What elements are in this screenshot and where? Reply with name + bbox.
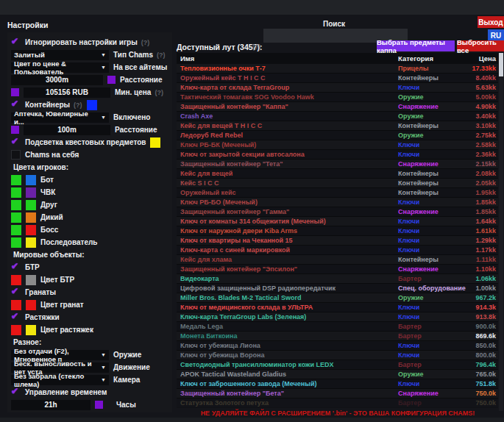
table-row[interactable]: Защищенный контейнер "Гамма" Снаряжение … — [177, 207, 498, 217]
chams-color-swatch[interactable] — [26, 212, 36, 223]
table-row[interactable]: Ключ от убежища Лиона Ключи 850.0k — [177, 341, 498, 351]
camera-dropdown[interactable]: Без забрала (стекло шлема) ▼ — [11, 375, 109, 385]
esp-color-swatch[interactable] — [11, 200, 21, 210]
min-price-input[interactable]: 105156 RUB — [24, 87, 110, 98]
table-scrollbar[interactable] — [499, 53, 503, 411]
esp-color-swatch[interactable] — [11, 225, 21, 235]
tripwire-color-swatch-2[interactable] — [26, 325, 36, 335]
hours-input[interactable]: 21h — [11, 400, 90, 410]
distance-input[interactable]: 3000m — [11, 75, 103, 85]
checkbox-checked-icon[interactable] — [11, 262, 21, 272]
checkbox-checked-icon[interactable] — [11, 100, 21, 110]
table-row[interactable]: Ключ от наружной двери Kiba Arms Ключи 1… — [177, 226, 498, 236]
column-header-category[interactable]: Категория — [398, 54, 469, 62]
tripwire-color-swatch[interactable] — [11, 325, 21, 335]
setting-grenades[interactable]: Гранаты — [7, 286, 172, 298]
btr-color-swatch[interactable] — [11, 275, 21, 285]
chams-color-swatch[interactable] — [26, 175, 36, 185]
column-header-name[interactable]: Имя — [177, 54, 398, 62]
checkbox-checked-icon[interactable] — [11, 287, 21, 297]
table-row[interactable]: Ключ РБ-БК (Меченый) Ключи 2.58kk — [177, 140, 498, 150]
table-row[interactable]: Защищенный контейнер "Каппа" Снаряжение … — [177, 102, 498, 112]
chams-color-swatch[interactable] — [26, 225, 36, 235]
table-row[interactable]: Кейс для хлама Контейнеры 1.11kk — [177, 255, 498, 265]
table-row[interactable]: Ключ от закрытой секции автосалона Ключи… — [177, 150, 498, 160]
table-row[interactable]: Цифровой защищенный DSP радиопередатчик … — [177, 284, 498, 293]
table-row[interactable]: Кейс S I C C Контейнеры 2.05kk — [177, 179, 498, 188]
min-price-color-swatch[interactable] — [11, 88, 19, 96]
chams-color-swatch[interactable] — [26, 200, 36, 210]
table-row[interactable]: Ключ-карта с синей маркировкой Ключи 1.1… — [177, 246, 498, 255]
table-row[interactable]: Ключ от медицинского склада в УЛЬТРА Клю… — [177, 303, 498, 312]
table-row[interactable]: Ключ от убежища Ворона Ключи 800.0k — [177, 351, 498, 360]
grenade-color-swatch[interactable] — [11, 300, 21, 310]
table-row[interactable]: Защищенный контейнер "Тета" Снаряжение 2… — [177, 160, 498, 169]
table-row[interactable]: Защищенный контейнер "Эпсилон" Снаряжени… — [177, 265, 498, 274]
distance-color-swatch[interactable] — [107, 76, 116, 84]
table-row[interactable]: Ключ РБ-БО (Меченый) Ключи 1.85kk — [177, 198, 498, 207]
grenade-color-swatch-2[interactable] — [26, 300, 36, 310]
exit-button[interactable]: Выход — [478, 16, 504, 28]
esp-color-swatch[interactable] — [11, 212, 21, 223]
setting-quest-highlight[interactable]: Подсветка квестовых предметов — [7, 136, 172, 149]
weapon-dropdown[interactable]: Без отдачи (F2), Мгновенное п ▼ — [11, 350, 109, 360]
containers-color-swatch[interactable] — [87, 100, 97, 110]
chams-type-dropdown[interactable]: Залитый ▼ — [11, 50, 109, 60]
help-icon[interactable]: (?) — [74, 101, 82, 109]
drop-all-button[interactable]: Выбросить все — [457, 40, 504, 51]
esp-color-swatch[interactable] — [11, 175, 21, 185]
containers-distance-input[interactable]: 100m — [24, 125, 110, 135]
checkbox-checked-icon[interactable] — [11, 137, 21, 147]
table-row[interactable]: Miller Bros. Blades M-2 Tactical Sword О… — [177, 293, 498, 303]
help-icon[interactable]: (?) — [155, 89, 163, 96]
item-category: Снаряжение — [398, 265, 469, 273]
table-row[interactable]: Crash Axe Оружие 3.40kk — [177, 112, 498, 121]
table-row[interactable]: Оружейный кейс T H I C C Контейнеры 8.40… — [177, 74, 498, 83]
table-row[interactable]: Тактический томагавк SOG Voodoo Hawk Ору… — [177, 93, 498, 102]
btr-color-swatch-2[interactable] — [26, 275, 36, 285]
esp-color-swatch[interactable] — [11, 187, 21, 198]
table-row[interactable]: Медаль Lega Бартер 900.0k — [177, 322, 498, 332]
table-row[interactable]: Кейс для вещей Контейнеры 2.08kk — [177, 169, 498, 179]
quest-color-swatch[interactable] — [150, 137, 160, 148]
esp-color-swatch[interactable] — [11, 237, 21, 248]
table-row[interactable]: Монета Биткоина Бартер 869.6k — [177, 332, 498, 341]
checkbox-checked-icon[interactable] — [11, 387, 21, 397]
setting-time-control[interactable]: Управление временем — [7, 386, 172, 398]
table-row[interactable]: Ключ от комнаты 314 общежития (Меченый) … — [177, 217, 498, 226]
select-kappa-items-button[interactable]: Выбрать предметы каппа — [377, 40, 455, 51]
chams-color-swatch[interactable] — [26, 237, 36, 248]
setting-chams-self[interactable]: Chams на себя — [7, 149, 172, 161]
loot-categories-dropdown[interactable]: Аптечка, Ювелирные и... ▼ — [11, 112, 109, 123]
table-row[interactable]: Статуэтка Золотого петуха Бартер 750.0k — [177, 398, 498, 408]
table-row[interactable]: Светодиодный трансиллюминатор кожи LEDX … — [177, 360, 498, 370]
checkbox-checked-icon[interactable] — [11, 312, 21, 322]
table-row[interactable]: Тепловизионные очки Т-7 Прицелы 17.33kk — [177, 64, 498, 74]
table-row[interactable]: Кейс для вещей T H I C C Контейнеры 3.10… — [177, 121, 498, 131]
column-header-price[interactable]: Цена — [469, 54, 498, 62]
hours-color-swatch[interactable] — [95, 401, 103, 409]
color-mode-dropdown[interactable]: Цвет по цене & Пользователь ▼ — [11, 62, 109, 73]
chams-color-swatch[interactable] — [26, 187, 36, 198]
table-row[interactable]: Видеокарта Бартер 1.06kk — [177, 274, 498, 284]
scrollbar-thumb[interactable] — [499, 53, 503, 76]
setting-tripwires[interactable]: Растяжки — [7, 311, 172, 323]
table-row[interactable]: Ключ-карта TerraGroup Labs (Зеленая) Клю… — [177, 312, 498, 322]
movement-dropdown[interactable]: Беск. выносливость и нет уста ▼ — [11, 362, 109, 373]
setting-ignore-game[interactable]: Игнорировать настройки игры (?) — [7, 36, 172, 49]
help-icon[interactable]: (?) — [141, 39, 150, 46]
table-row[interactable]: Ключ от квартиры на Чеканной 15 Ключи 1.… — [177, 236, 498, 246]
setting-btr[interactable]: БТР — [7, 261, 172, 273]
help-icon[interactable]: (?) — [157, 51, 166, 59]
table-row[interactable]: Ледоруб Red Rebel Оружие 2.75kk — [177, 131, 498, 140]
table-row[interactable]: Оружейный кейс Контейнеры 1.95kk — [177, 188, 498, 198]
item-price: 1.17kk — [469, 246, 498, 254]
table-row[interactable]: Ключ-карта от склада TerraGroup Ключи 5.… — [177, 83, 498, 93]
containers-distance-color-swatch[interactable] — [11, 126, 19, 134]
table-row[interactable]: Ключ от заброшенного завода (Меченый) Кл… — [177, 379, 498, 389]
table-row[interactable]: APOK Tactical Wasteland Gladius Оружие 7… — [177, 370, 498, 379]
help-icon[interactable]: (?) — [252, 43, 261, 51]
checkbox-unchecked-icon[interactable] — [11, 150, 21, 160]
table-row[interactable]: Защищенный контейнер "Бета" Снаряжение 7… — [177, 389, 498, 398]
checkbox-checked-icon[interactable] — [11, 37, 21, 47]
